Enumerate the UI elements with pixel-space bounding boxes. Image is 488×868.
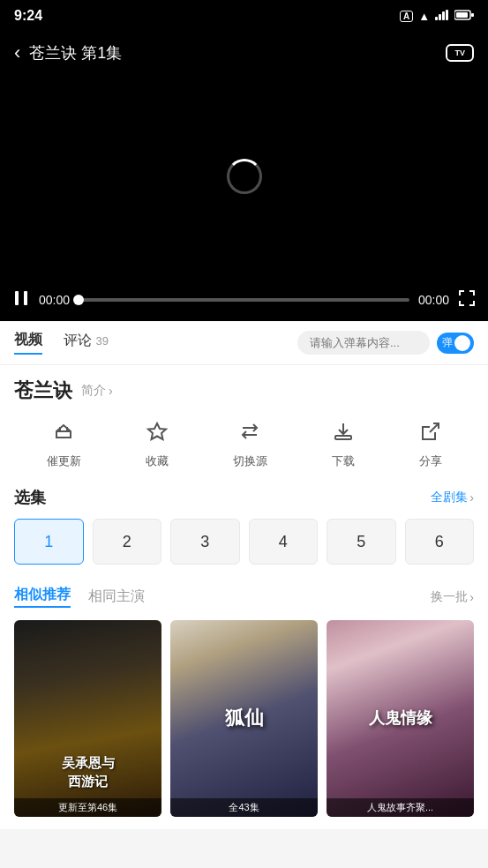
svg-rect-15 (335, 436, 351, 439)
danmu-input[interactable] (297, 331, 430, 355)
svg-marker-12 (148, 423, 166, 439)
svg-rect-7 (15, 291, 19, 305)
favorite-icon (146, 420, 169, 448)
danmu-toggle[interactable]: 弹 (437, 333, 474, 354)
danmu-toggle-knob (454, 335, 470, 351)
tab-video[interactable]: 视频 (14, 331, 42, 355)
main-content: 苍兰诀 简介 › 催更新 收藏 (0, 365, 488, 829)
play-pause-button[interactable] (12, 289, 30, 311)
player-controls: 00:00 00:00 (0, 279, 488, 321)
rec-item-0[interactable]: 吴承恩与 西游记 更新至第46集 (14, 620, 161, 817)
svg-line-17 (430, 423, 439, 432)
episode-2[interactable]: 2 (93, 519, 162, 565)
rec-item-1[interactable]: 狐仙 全43集 (170, 620, 318, 817)
wifi-icon: ▲ (418, 10, 430, 23)
drama-title-row: 苍兰诀 简介 › (14, 378, 474, 404)
fullscreen-button[interactable] (458, 289, 476, 311)
video-header-left: ‹ 苍兰诀 第1集 (14, 41, 122, 64)
rec-name-text-0b: 西游记 (62, 772, 115, 790)
rec-refresh-button[interactable]: 换一批 › (431, 589, 474, 605)
favorite-label: 收藏 (146, 453, 169, 469)
drama-title: 苍兰诀 (14, 378, 72, 404)
rec-item-2[interactable]: 人鬼情缘 人鬼故事齐聚... (327, 620, 474, 817)
rec-badge-1: 全43集 (170, 798, 318, 817)
rec-poster-1: 狐仙 全43集 (170, 620, 318, 817)
rec-tab-same-cast[interactable]: 相同主演 (88, 587, 145, 606)
intro-link[interactable]: 简介 › (81, 383, 113, 399)
status-icons: A ▲ (400, 10, 474, 23)
full-episodes-arrow: › (469, 490, 474, 505)
episode-5[interactable]: 5 (327, 519, 396, 565)
rec-badge-2: 人鬼故事齐聚... (327, 798, 474, 817)
rec-poster-2: 人鬼情缘 人鬼故事齐聚... (327, 620, 474, 817)
back-button[interactable]: ‹ (14, 41, 20, 64)
svg-rect-0 (435, 17, 438, 20)
tab-comment[interactable]: 评论 39 (64, 332, 109, 354)
rec-grid: 吴承恩与 西游记 更新至第46集 狐仙 全43集 人鬼情缘 (14, 620, 474, 817)
action-switch-source[interactable]: 切换源 (233, 420, 267, 469)
rec-badge-0: 更新至第46集 (14, 798, 161, 817)
svg-rect-3 (446, 10, 448, 20)
action-buttons: 催更新 收藏 切换源 (14, 420, 474, 469)
current-time: 00:00 (39, 293, 70, 307)
refresh-label: 换一批 (431, 589, 468, 605)
episode-grid: 1 2 3 4 5 6 (14, 519, 474, 565)
episode-4[interactable]: 4 (249, 519, 319, 565)
danmu-toggle-label: 弹 (442, 335, 453, 350)
episode-6[interactable]: 6 (405, 519, 475, 565)
full-episodes-link[interactable]: 全剧集 › (431, 490, 474, 505)
tv-button[interactable]: TV (446, 44, 474, 62)
danmu-area: 弹 (297, 331, 474, 355)
progress-dot[interactable] (73, 295, 84, 305)
signal-icon (435, 10, 449, 23)
download-icon (332, 420, 355, 448)
switch-source-icon (238, 420, 261, 448)
action-share[interactable]: 分享 (419, 420, 442, 469)
svg-rect-2 (442, 11, 445, 20)
urge-label: 催更新 (47, 453, 81, 469)
share-icon (419, 420, 442, 448)
video-header: ‹ 苍兰诀 第1集 TV (0, 32, 488, 74)
tv-label: TV (454, 49, 465, 57)
video-player[interactable] (0, 74, 488, 279)
action-urge[interactable]: 催更新 (47, 420, 81, 469)
download-label: 下载 (332, 453, 355, 469)
progress-bar[interactable] (79, 298, 409, 302)
svg-rect-6 (471, 13, 474, 17)
urge-icon (52, 420, 75, 448)
tabs-bar: 视频 评论 39 弹 (0, 321, 488, 365)
refresh-arrow: › (469, 590, 474, 604)
action-download[interactable]: 下载 (332, 420, 355, 469)
intro-arrow-icon: › (109, 384, 113, 398)
rec-tabs: 相似推荐 相同主演 换一批 › (14, 586, 474, 608)
loading-spinner (227, 159, 262, 194)
share-label: 分享 (419, 453, 442, 469)
rec-name-text-0a: 吴承恩与 (62, 753, 115, 772)
comment-count: 39 (95, 334, 108, 348)
intro-label: 简介 (81, 383, 106, 399)
svg-rect-1 (439, 14, 441, 20)
rec-name-text-1: 狐仙 (225, 705, 264, 731)
full-episodes-label: 全剧集 (431, 490, 468, 505)
svg-rect-8 (24, 291, 27, 305)
rec-name-text-2: 人鬼情缘 (369, 707, 432, 730)
comment-label: 评论 (64, 333, 92, 348)
episode-3[interactable]: 3 (170, 519, 240, 565)
action-favorite[interactable]: 收藏 (146, 420, 169, 469)
episodes-title: 选集 (14, 487, 46, 508)
battery-icon (454, 10, 474, 23)
status-time: 9:24 (14, 8, 42, 24)
svg-rect-5 (456, 12, 468, 18)
switch-source-label: 切换源 (233, 453, 267, 469)
rec-poster-0: 吴承恩与 西游记 更新至第46集 (14, 620, 161, 817)
video-title: 苍兰诀 第1集 (29, 42, 122, 64)
episode-1[interactable]: 1 (14, 519, 84, 565)
status-bar: 9:24 A ▲ (0, 0, 488, 32)
status-badge: A (400, 11, 413, 22)
rec-tab-similar[interactable]: 相似推荐 (14, 586, 71, 608)
episodes-header: 选集 全剧集 › (14, 487, 474, 508)
total-time: 00:00 (418, 293, 449, 307)
